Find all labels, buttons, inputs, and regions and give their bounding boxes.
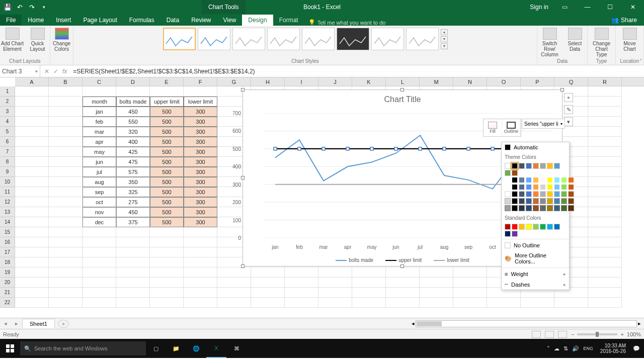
cell[interactable]: 500 [150,157,184,167]
cell[interactable]: 500 [150,117,184,127]
chart-style-8[interactable] [406,28,439,50]
cell[interactable]: 500 [150,147,184,157]
cell[interactable] [285,278,318,288]
sign-in-link[interactable]: Sign in [525,4,553,11]
tint-swatch[interactable] [554,191,560,197]
cell[interactable] [49,97,83,107]
cell[interactable] [318,267,352,278]
chart-style-1[interactable] [163,28,196,50]
cell[interactable] [453,278,487,288]
cell[interactable]: 350 [116,177,150,187]
cell[interactable] [15,137,49,147]
hscroll-right[interactable]: ▸ [638,320,641,327]
cell[interactable] [588,97,622,107]
cell[interactable] [49,137,83,147]
chart-elements-button[interactable]: + [564,93,573,102]
task-view-icon[interactable]: ▢ [146,339,166,358]
minimize-icon[interactable]: — [576,0,599,14]
tint-swatch[interactable] [505,184,511,190]
cell[interactable]: month [83,97,116,107]
cell[interactable] [49,207,83,217]
dashes-submenu[interactable]: ┄Dashes▸ [502,279,569,290]
tint-swatch[interactable] [505,191,511,197]
cell[interactable] [420,267,453,278]
cell[interactable]: 300 [184,147,217,157]
cell[interactable] [15,177,49,187]
column-header-L[interactable]: L [386,77,420,86]
tint-swatch[interactable] [554,205,560,211]
sheet-nav-next[interactable]: ▸ [11,320,22,327]
cell[interactable] [554,298,588,308]
cell[interactable]: 300 [184,137,217,147]
undo-icon[interactable]: ↶ [15,3,24,12]
tint-swatch[interactable] [540,205,546,211]
tint-swatch[interactable] [554,184,560,190]
cell[interactable] [49,127,83,137]
tint-swatch[interactable] [505,205,511,211]
tint-swatch[interactable] [526,177,532,183]
cell[interactable] [83,298,116,308]
cell[interactable]: sep [83,187,116,197]
cell[interactable]: 320 [116,127,150,137]
column-header-A[interactable]: A [15,77,49,86]
save-icon[interactable]: 💾 [3,3,12,12]
tint-swatch[interactable] [547,205,553,211]
standard-color-swatch[interactable] [540,224,546,230]
horizontal-scrollbar[interactable] [416,320,637,327]
chart-handle[interactable] [400,88,404,92]
chart-style-7[interactable] [371,28,404,50]
cell[interactable] [352,288,386,298]
standard-color-swatch[interactable] [505,231,511,237]
cell[interactable] [588,257,622,267]
cell[interactable] [116,257,150,267]
zoom-in-button[interactable]: + [620,331,623,337]
cell[interactable]: oct [83,197,116,207]
cell[interactable] [184,86,217,97]
tab-file[interactable]: File [0,15,22,26]
cell[interactable]: 275 [116,197,150,207]
cell[interactable] [15,298,49,308]
standard-color-swatch[interactable] [547,224,553,230]
row-header-4[interactable]: 4 [0,117,15,127]
cell[interactable] [318,288,352,298]
cell[interactable] [83,257,116,267]
cell[interactable] [318,278,352,288]
chart-title[interactable]: Chart Title [243,90,562,107]
cell[interactable] [386,288,420,298]
name-box[interactable]: Chart 3 ▾ [0,65,40,77]
row-headers[interactable]: 12345678910111213141516171819202122 [0,86,15,308]
theme-color-swatch[interactable] [519,163,525,169]
cell[interactable] [49,187,83,197]
cell[interactable]: 300 [184,207,217,217]
volume-icon[interactable]: 🔊 [572,345,579,352]
cell[interactable] [386,278,420,288]
cell[interactable] [251,298,285,308]
column-header-F[interactable]: F [184,77,217,86]
tint-swatch[interactable] [526,198,532,204]
theme-color-swatch[interactable] [505,170,511,176]
cell[interactable]: 300 [184,187,217,197]
cell[interactable]: nov [83,207,116,217]
cell[interactable] [49,177,83,187]
cell[interactable] [420,278,453,288]
standard-color-swatch[interactable] [533,224,539,230]
cell[interactable] [49,298,83,308]
cell[interactable] [352,278,386,288]
row-header-12[interactable]: 12 [0,197,15,207]
sheet-tab-sheet1[interactable]: Sheet1 [22,319,55,328]
theme-color-swatch[interactable] [505,163,511,169]
cell[interactable] [83,227,116,237]
tab-review[interactable]: Review [185,15,217,26]
theme-color-swatch[interactable] [512,163,518,169]
cell[interactable] [588,278,622,288]
onedrive-icon[interactable]: ☁ [554,345,559,352]
tint-swatch[interactable] [512,177,518,183]
cell[interactable] [588,267,622,278]
chart-filters-button[interactable]: ▾ [564,117,573,126]
cell[interactable] [15,237,49,247]
tint-swatch[interactable] [540,191,546,197]
series-selector[interactable]: Series "upper li ▾ [522,119,565,129]
move-chart-button[interactable]: Move Chart [618,28,641,52]
sheet-nav-prev[interactable]: ◂ [0,320,11,327]
zoom-slider[interactable] [577,333,617,335]
